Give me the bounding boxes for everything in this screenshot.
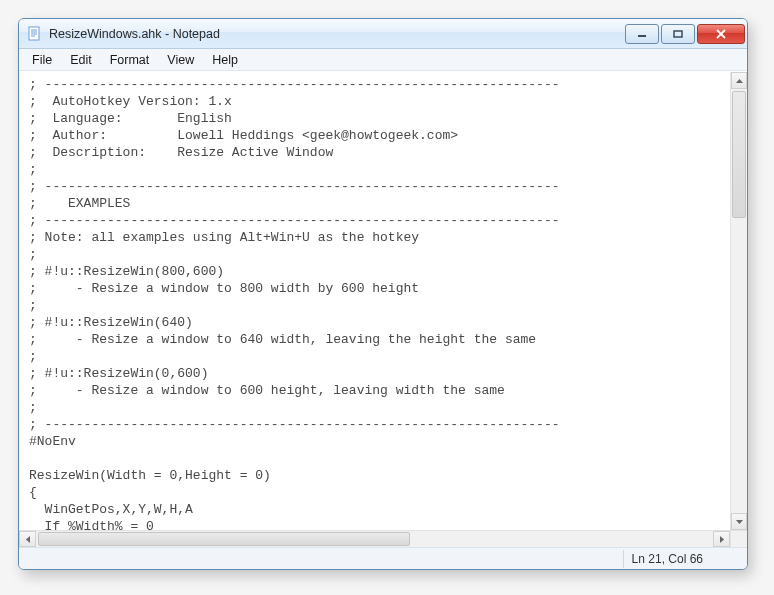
vertical-scrollbar[interactable] — [730, 72, 747, 530]
notepad-window: ResizeWindows.ahk - Notepad File Edit Fo… — [18, 18, 748, 570]
menu-help[interactable]: Help — [203, 51, 247, 69]
titlebar[interactable]: ResizeWindows.ahk - Notepad — [19, 19, 747, 49]
text-editor[interactable]: ; --------------------------------------… — [19, 72, 730, 530]
minimize-icon — [637, 30, 647, 38]
vertical-scroll-track[interactable] — [731, 89, 747, 513]
chevron-left-icon — [26, 536, 30, 543]
scroll-up-button[interactable] — [731, 72, 747, 89]
svg-rect-6 — [674, 31, 682, 37]
svg-marker-11 — [26, 536, 30, 543]
maximize-button[interactable] — [661, 24, 695, 44]
window-title: ResizeWindows.ahk - Notepad — [49, 27, 623, 41]
scroll-down-button[interactable] — [731, 513, 747, 530]
vertical-scroll-thumb[interactable] — [732, 91, 746, 218]
menu-file[interactable]: File — [23, 51, 61, 69]
horizontal-scroll-thumb[interactable] — [38, 532, 410, 546]
window-controls — [623, 24, 745, 44]
svg-marker-12 — [720, 536, 724, 543]
close-button[interactable] — [697, 24, 745, 44]
chevron-down-icon — [736, 520, 743, 524]
minimize-button[interactable] — [625, 24, 659, 44]
chevron-up-icon — [736, 79, 743, 83]
menu-view[interactable]: View — [158, 51, 203, 69]
notepad-icon — [27, 26, 43, 42]
cursor-position: Ln 21, Col 66 — [623, 550, 727, 568]
chevron-right-icon — [720, 536, 724, 543]
maximize-icon — [673, 30, 683, 38]
horizontal-scroll-track[interactable] — [36, 531, 713, 547]
menu-format[interactable]: Format — [101, 51, 159, 69]
horizontal-scrollbar[interactable] — [19, 530, 747, 547]
svg-marker-9 — [736, 79, 743, 83]
svg-marker-10 — [736, 520, 743, 524]
scroll-left-button[interactable] — [19, 531, 36, 547]
scrollbar-corner — [730, 531, 747, 547]
content-area: ; --------------------------------------… — [19, 71, 747, 530]
statusbar: Ln 21, Col 66 — [19, 547, 747, 569]
scroll-right-button[interactable] — [713, 531, 730, 547]
menu-edit[interactable]: Edit — [61, 51, 101, 69]
menubar: File Edit Format View Help — [19, 49, 747, 71]
close-icon — [715, 29, 727, 39]
